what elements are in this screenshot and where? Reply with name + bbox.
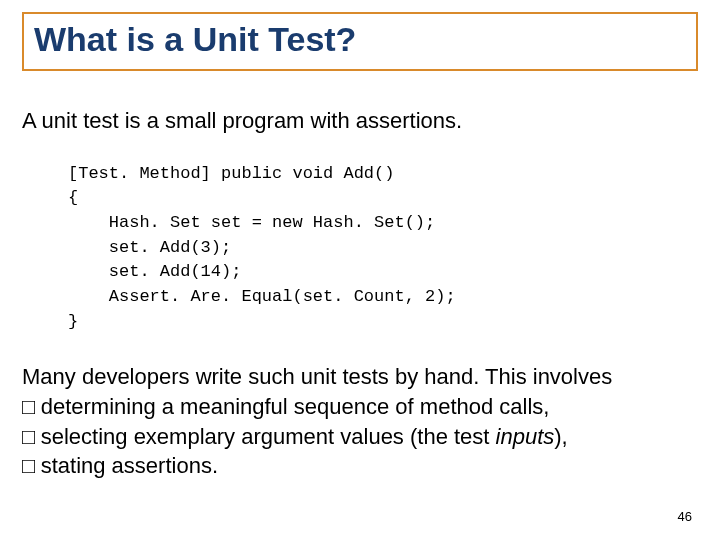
- code-line: set. Add(14);: [68, 262, 241, 281]
- code-line: Assert. Are. Equal(set. Count, 2);: [68, 287, 456, 306]
- title-box: What is a Unit Test?: [22, 12, 698, 71]
- bullet-text: determining a meaningful sequence of met…: [41, 394, 550, 419]
- page-number: 46: [678, 509, 692, 524]
- code-block: [Test. Method] public void Add() { Hash.…: [68, 162, 698, 334]
- slide-title: What is a Unit Test?: [34, 20, 686, 59]
- box-icon: □: [22, 422, 41, 452]
- outro-bullet: □determining a meaningful sequence of me…: [22, 392, 698, 422]
- intro-text: A unit test is a small program with asse…: [22, 107, 698, 136]
- outro-bullet: □selecting exemplary argument values (th…: [22, 422, 698, 452]
- code-line: set. Add(3);: [68, 238, 231, 257]
- outro-bullet: □stating assertions.: [22, 451, 698, 481]
- code-line: }: [68, 312, 78, 331]
- code-line: {: [68, 188, 78, 207]
- outro-lead: Many developers write such unit tests by…: [22, 362, 698, 392]
- box-icon: □: [22, 451, 41, 481]
- bullet-text-pre: selecting exemplary argument values (the…: [41, 424, 496, 449]
- code-line: [Test. Method] public void Add(): [68, 164, 394, 183]
- box-icon: □: [22, 392, 41, 422]
- bullet-text-em: inputs: [496, 424, 555, 449]
- bullet-text: stating assertions.: [41, 453, 218, 478]
- outro-block: Many developers write such unit tests by…: [22, 362, 698, 481]
- code-line: Hash. Set set = new Hash. Set();: [68, 213, 435, 232]
- slide: What is a Unit Test? A unit test is a sm…: [0, 0, 720, 540]
- bullet-text-post: ),: [554, 424, 567, 449]
